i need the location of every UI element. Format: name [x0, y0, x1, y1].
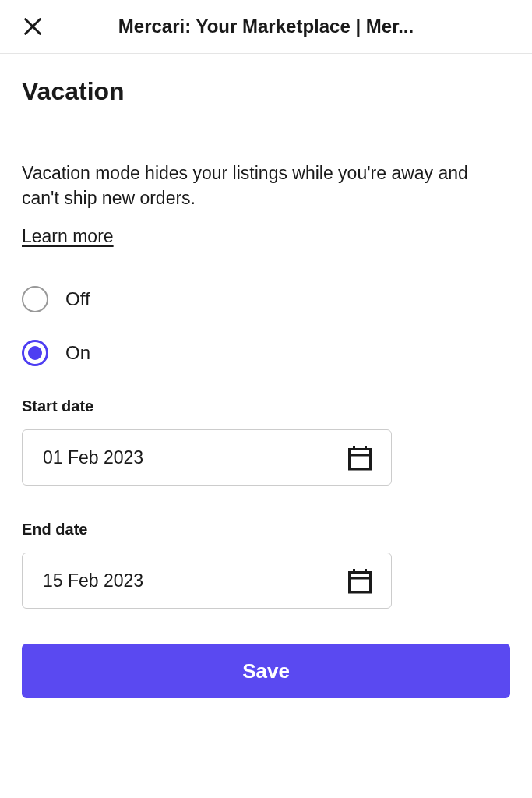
start-date-label: Start date	[22, 397, 510, 415]
end-date-field: End date 15 Feb 2023	[22, 521, 510, 609]
page-title: Vacation	[22, 77, 510, 106]
start-date-input[interactable]: 01 Feb 2023	[22, 429, 392, 486]
start-date-value: 01 Feb 2023	[43, 447, 143, 468]
learn-more-link[interactable]: Learn more	[22, 226, 114, 247]
end-date-input[interactable]: 15 Feb 2023	[22, 553, 392, 609]
header-title: Mercari: Your Marketplace | Mer...	[59, 16, 473, 37]
svg-rect-2	[350, 450, 371, 470]
save-button[interactable]: Save	[22, 644, 510, 698]
radio-option-off[interactable]: Off	[22, 286, 510, 312]
radio-option-on[interactable]: On	[22, 340, 510, 366]
vacation-mode-radio-group: Off On	[22, 286, 510, 366]
calendar-icon	[346, 443, 374, 471]
end-date-value: 15 Feb 2023	[43, 570, 143, 591]
description: Vacation mode hides your listings while …	[22, 161, 510, 210]
end-date-label: End date	[22, 521, 510, 538]
calendar-icon	[346, 567, 374, 595]
radio-circle-selected	[22, 340, 48, 366]
close-button[interactable]	[22, 16, 44, 37]
radio-circle-unselected	[22, 286, 48, 312]
header: Mercari: Your Marketplace | Mer...	[0, 0, 532, 54]
content: Vacation Vacation mode hides your listin…	[0, 54, 532, 698]
close-icon	[22, 16, 44, 37]
svg-rect-6	[350, 573, 371, 593]
start-date-field: Start date 01 Feb 2023	[22, 397, 510, 486]
radio-label-off: Off	[65, 288, 90, 310]
radio-label-on: On	[65, 342, 90, 364]
